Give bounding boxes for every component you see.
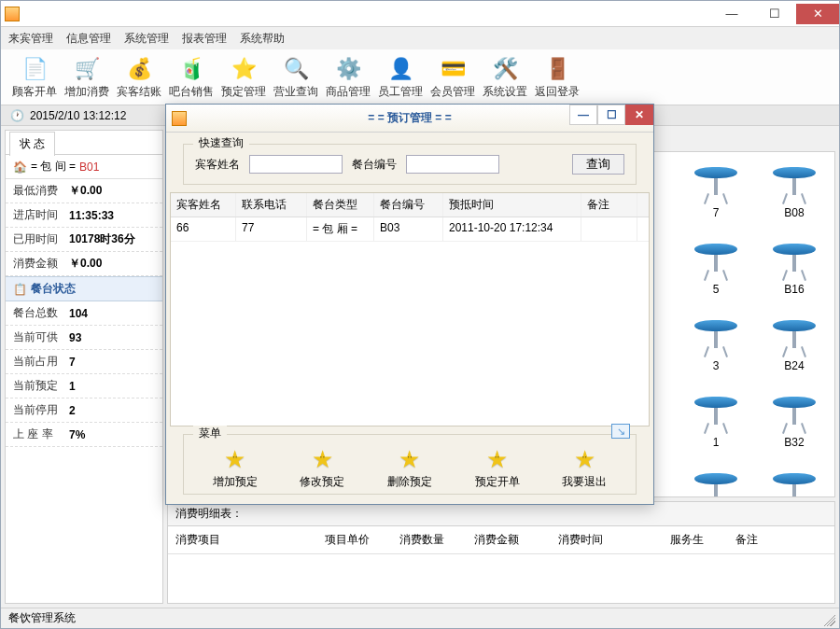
- cell: 2011-10-20 17:12:34: [443, 217, 581, 241]
- toolbar-button[interactable]: ⚙️商品管理: [322, 51, 374, 104]
- action-button[interactable]: ★增加预定: [213, 444, 258, 490]
- field-label: 最低消费: [13, 183, 69, 199]
- table-item[interactable]: 3: [683, 320, 749, 372]
- detail-title: 消费明细表：: [168, 502, 834, 526]
- dialog-maximize[interactable]: ☐: [597, 105, 625, 125]
- toolbar-icon: 👤: [385, 54, 415, 84]
- resize-grip[interactable]: [820, 611, 835, 626]
- action-button[interactable]: ★我要退出: [562, 444, 607, 490]
- col-header: 预抵时间: [443, 193, 581, 217]
- guest-name-input[interactable]: [249, 155, 343, 174]
- toolbar-icon: 💳: [438, 54, 468, 84]
- toolbar-button[interactable]: 📄顾客开单: [8, 51, 61, 104]
- menu-item[interactable]: 报表管理: [182, 31, 227, 47]
- table-item[interactable]: 9: [683, 473, 749, 497]
- menu-item[interactable]: 系统管理: [124, 31, 169, 47]
- room-value: B01: [79, 161, 99, 174]
- quick-search-group: 快速查询 宾客姓名 餐台编号 查询: [183, 144, 637, 185]
- statusbar-text: 餐饮管理系统: [8, 610, 76, 626]
- cell: 77: [236, 217, 307, 241]
- detail-col-header: 服务生: [663, 530, 728, 550]
- dialog-close[interactable]: ✕: [625, 105, 653, 125]
- maximize-button[interactable]: ☐: [753, 4, 796, 24]
- main-window: — ☐ ✕ 来宾管理信息管理系统管理报表管理系统帮助 📄顾客开单🛒增加消费💰宾客…: [0, 0, 840, 629]
- guest-name-label: 宾客姓名: [195, 157, 240, 173]
- minimize-button[interactable]: —: [710, 4, 753, 24]
- table-item[interactable]: B08: [762, 167, 827, 219]
- toolbar-icon: 📄: [20, 54, 49, 84]
- toolbar-icon: 🛠️: [490, 54, 520, 84]
- action-label: 修改预定: [300, 474, 344, 490]
- dialog-title: = = 预订管理 = =: [368, 110, 451, 126]
- menu-item[interactable]: 信息管理: [66, 31, 111, 47]
- table-item[interactable]: 7: [683, 167, 749, 219]
- status-section-icon: 📋: [13, 283, 27, 296]
- stat-value: 1: [69, 380, 76, 393]
- detail-col-header: 备注: [728, 530, 793, 550]
- toolbar-button[interactable]: 👤员工管理: [374, 51, 427, 104]
- table-row[interactable]: 6677= 包 厢 =B032011-10-20 17:12:34: [171, 217, 649, 242]
- table-item[interactable]: B16: [762, 244, 827, 296]
- toolbar-label: 返回登录: [535, 84, 580, 100]
- toolbar-button[interactable]: ⭐预定管理: [217, 51, 270, 104]
- toolbar-button[interactable]: 🧃吧台销售: [165, 51, 217, 104]
- menu-item[interactable]: 来宾管理: [8, 31, 53, 47]
- action-button[interactable]: ★修改预定: [300, 444, 344, 490]
- col-header: 宾客姓名: [171, 193, 236, 217]
- stat-value: 2: [69, 404, 76, 417]
- stat-label: 餐台总数: [13, 305, 69, 321]
- field-label: 消费金额: [13, 256, 69, 272]
- toolbar-icon: ⭐: [229, 54, 259, 84]
- toolbar-button[interactable]: 🛒增加消费: [61, 51, 113, 104]
- status-tab[interactable]: 状 态: [9, 132, 55, 156]
- action-button[interactable]: ★预定开单: [475, 444, 520, 490]
- close-button[interactable]: ✕: [796, 4, 839, 24]
- col-header: 联系电话: [236, 193, 307, 217]
- detail-col-header: 消费金额: [467, 530, 551, 550]
- table-item[interactable]: 1: [683, 397, 749, 449]
- table-item[interactable]: 5: [683, 244, 749, 296]
- stat-label: 上 座 率: [13, 426, 69, 442]
- reservation-dialog: = = 预订管理 = = — ☐ ✕ 快速查询 宾客姓名 餐台编号 查询 宾客姓…: [165, 104, 654, 505]
- toolbar-icon: ⚙️: [333, 54, 363, 84]
- stat-value: 104: [69, 307, 88, 320]
- reservation-table[interactable]: 宾客姓名联系电话餐台类型餐台编号预抵时间备注 6677= 包 厢 =B03201…: [170, 192, 650, 426]
- toolbar-label: 系统设置: [483, 84, 527, 100]
- menu-item[interactable]: 系统帮助: [240, 31, 285, 47]
- toolbar-label: 预定管理: [221, 84, 266, 100]
- detail-col-header: 消费时间: [551, 530, 663, 550]
- quick-search-legend: 快速查询: [193, 135, 249, 151]
- table-item[interactable]: B32: [762, 397, 827, 449]
- toolbar-button[interactable]: 🔍营业查询: [270, 51, 322, 104]
- action-label: 我要退出: [562, 474, 607, 490]
- table-code: B08: [762, 206, 827, 219]
- toolbar-button[interactable]: 💰宾客结账: [113, 51, 165, 104]
- dialog-minimize[interactable]: —: [569, 105, 597, 125]
- toolbar-button[interactable]: 🚪返回登录: [531, 51, 583, 104]
- toolbar-button[interactable]: 🛠️系统设置: [479, 51, 531, 104]
- search-button[interactable]: 查询: [572, 154, 624, 175]
- menubar: 来宾管理信息管理系统管理报表管理系统帮助: [1, 27, 839, 49]
- action-button[interactable]: ★删除预定: [387, 444, 432, 490]
- toolbar-label: 宾客结账: [117, 84, 161, 100]
- stat-value: 7%: [69, 428, 85, 441]
- star-icon: ★: [395, 444, 425, 474]
- toolbar-label: 商品管理: [326, 84, 371, 100]
- help-icon[interactable]: ↘: [611, 424, 630, 439]
- table-item[interactable]: B40: [762, 473, 827, 497]
- toolbar-label: 会员管理: [430, 84, 475, 100]
- action-menu-group: 菜单 ↘ ★增加预定★修改预定★删除预定★预定开单★我要退出: [183, 434, 637, 495]
- field-value: 11:35:33: [69, 209, 114, 222]
- titlebar: — ☐ ✕: [1, 1, 839, 27]
- toolbar-icon: 🧃: [176, 54, 206, 84]
- toolbar-icon: 💰: [124, 54, 154, 84]
- toolbar-label: 吧台销售: [169, 84, 214, 100]
- toolbar-button[interactable]: 💳会员管理: [427, 51, 479, 104]
- col-header: 餐台编号: [374, 193, 443, 217]
- field-value: ￥0.00: [69, 183, 102, 199]
- stat-label: 当前可供: [13, 329, 69, 345]
- star-icon: ★: [483, 444, 512, 474]
- table-item[interactable]: B24: [762, 320, 827, 372]
- table-code-input[interactable]: [406, 155, 499, 174]
- star-icon: ★: [569, 444, 599, 474]
